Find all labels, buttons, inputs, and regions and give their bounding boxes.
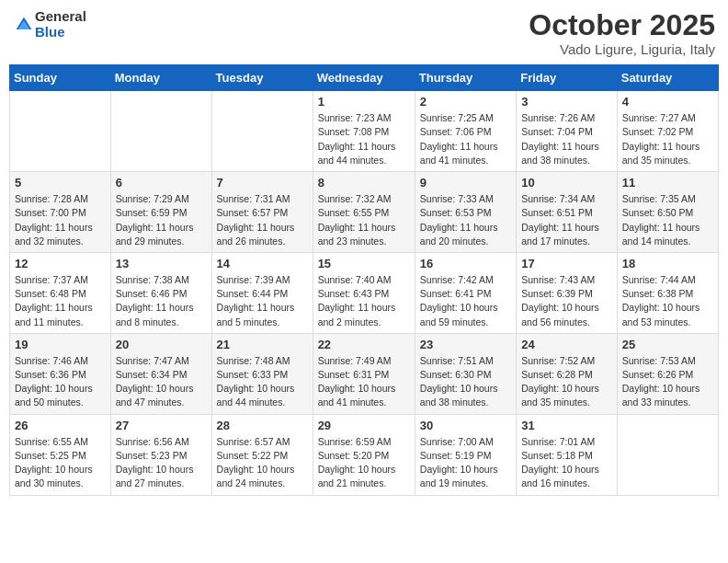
sunrise-text: Sunrise: 6:56 AM: [116, 436, 189, 447]
calendar-day-cell: 10Sunrise: 7:34 AMSunset: 6:51 PMDayligh…: [517, 172, 618, 253]
logo-text: General Blue: [35, 9, 86, 40]
weekday-header: Thursday: [415, 65, 516, 91]
calendar-week-row: 5Sunrise: 7:28 AMSunset: 7:00 PMDaylight…: [10, 172, 719, 253]
day-number: 3: [521, 95, 612, 109]
day-info: Sunrise: 7:39 AMSunset: 6:44 PMDaylight:…: [217, 273, 308, 329]
calendar-week-row: 19Sunrise: 7:46 AMSunset: 6:36 PMDayligh…: [10, 333, 719, 414]
day-info: Sunrise: 7:42 AMSunset: 6:41 PMDaylight:…: [420, 273, 511, 329]
daylight-text: Daylight: 11 hours and 44 minutes.: [318, 141, 396, 166]
day-number: 4: [622, 95, 713, 109]
sunset-text: Sunset: 6:55 PM: [318, 207, 390, 218]
sunset-text: Sunset: 6:51 PM: [521, 207, 593, 218]
daylight-text: Daylight: 10 hours and 50 minutes.: [15, 383, 93, 408]
day-info: Sunrise: 7:52 AMSunset: 6:28 PMDaylight:…: [521, 354, 612, 410]
day-info: Sunrise: 7:37 AMSunset: 6:48 PMDaylight:…: [15, 273, 106, 329]
sunrise-text: Sunrise: 7:44 AM: [622, 274, 696, 285]
day-number: 7: [217, 176, 308, 190]
day-number: 5: [15, 176, 106, 190]
calendar-day-cell: 14Sunrise: 7:39 AMSunset: 6:44 PMDayligh…: [211, 252, 313, 333]
sunset-text: Sunset: 7:08 PM: [318, 126, 390, 137]
day-number: 29: [318, 419, 410, 432]
sunset-text: Sunset: 6:57 PM: [217, 207, 289, 218]
calendar-day-cell: 24Sunrise: 7:52 AMSunset: 6:28 PMDayligh…: [517, 333, 618, 414]
calendar-day-cell: 7Sunrise: 7:31 AMSunset: 6:57 PMDaylight…: [211, 172, 313, 253]
calendar-day-cell: [10, 91, 111, 172]
day-number: 16: [420, 257, 511, 270]
daylight-text: Daylight: 11 hours and 5 minutes.: [217, 302, 295, 327]
sunset-text: Sunset: 5:20 PM: [318, 450, 390, 461]
day-info: Sunrise: 7:27 AMSunset: 7:02 PMDaylight:…: [622, 111, 713, 167]
day-info: Sunrise: 7:26 AMSunset: 7:04 PMDaylight:…: [521, 111, 612, 167]
sunset-text: Sunset: 6:30 PM: [420, 369, 492, 380]
sunset-text: Sunset: 5:18 PM: [521, 450, 593, 461]
calendar-day-cell: 8Sunrise: 7:32 AMSunset: 6:55 PMDaylight…: [313, 172, 415, 253]
daylight-text: Daylight: 11 hours and 32 minutes.: [15, 222, 93, 247]
calendar-day-cell: 6Sunrise: 7:29 AMSunset: 6:59 PMDaylight…: [110, 172, 211, 253]
weekday-header: Sunday: [10, 65, 111, 91]
day-info: Sunrise: 7:00 AMSunset: 5:19 PMDaylight:…: [420, 435, 511, 491]
day-info: Sunrise: 7:48 AMSunset: 6:33 PMDaylight:…: [217, 354, 308, 410]
sunrise-text: Sunrise: 7:23 AM: [318, 112, 392, 123]
calendar-week-row: 1Sunrise: 7:23 AMSunset: 7:08 PMDaylight…: [10, 91, 719, 172]
logo: General Blue: [13, 9, 86, 40]
calendar-day-cell: 31Sunrise: 7:01 AMSunset: 5:18 PMDayligh…: [517, 414, 618, 495]
daylight-text: Daylight: 10 hours and 30 minutes.: [15, 464, 93, 488]
sunset-text: Sunset: 6:26 PM: [622, 369, 694, 380]
day-info: Sunrise: 7:40 AMSunset: 6:43 PMDaylight:…: [318, 273, 410, 329]
day-number: 2: [420, 95, 511, 109]
day-number: 30: [420, 419, 511, 432]
sunset-text: Sunset: 6:34 PM: [116, 369, 188, 380]
sunset-text: Sunset: 6:53 PM: [420, 207, 492, 218]
day-number: 23: [420, 338, 511, 351]
sunrise-text: Sunrise: 7:40 AM: [318, 274, 392, 285]
day-info: Sunrise: 7:38 AMSunset: 6:46 PMDaylight:…: [116, 273, 207, 329]
sunrise-text: Sunrise: 6:59 AM: [318, 436, 392, 447]
sunrise-text: Sunrise: 6:55 AM: [15, 436, 88, 447]
sunset-text: Sunset: 7:04 PM: [521, 126, 593, 137]
daylight-text: Daylight: 10 hours and 53 minutes.: [622, 302, 700, 327]
calendar-day-cell: [110, 91, 211, 172]
day-info: Sunrise: 6:56 AMSunset: 5:23 PMDaylight:…: [116, 435, 207, 491]
sunset-text: Sunset: 6:39 PM: [521, 288, 593, 299]
day-number: 1: [318, 95, 410, 109]
logo-general: General: [35, 9, 86, 25]
calendar-day-cell: 18Sunrise: 7:44 AMSunset: 6:38 PMDayligh…: [617, 252, 718, 333]
day-number: 20: [116, 338, 207, 351]
day-number: 11: [622, 176, 713, 190]
day-number: 25: [622, 338, 713, 351]
calendar-day-cell: 25Sunrise: 7:53 AMSunset: 6:26 PMDayligh…: [617, 333, 718, 414]
daylight-text: Daylight: 10 hours and 24 minutes.: [217, 464, 295, 488]
calendar-day-cell: 20Sunrise: 7:47 AMSunset: 6:34 PMDayligh…: [110, 333, 211, 414]
calendar-day-cell: 28Sunrise: 6:57 AMSunset: 5:22 PMDayligh…: [211, 414, 313, 495]
sunset-text: Sunset: 7:06 PM: [420, 126, 492, 137]
sunrise-text: Sunrise: 7:42 AM: [420, 274, 494, 285]
day-info: Sunrise: 7:01 AMSunset: 5:18 PMDaylight:…: [521, 435, 612, 491]
logo-blue: Blue: [35, 25, 86, 40]
sunset-text: Sunset: 7:02 PM: [622, 126, 694, 137]
location-subtitle: Vado Ligure, Liguria, Italy: [529, 41, 715, 57]
sunset-text: Sunset: 5:22 PM: [217, 450, 289, 461]
calendar-day-cell: 1Sunrise: 7:23 AMSunset: 7:08 PMDaylight…: [313, 91, 415, 172]
calendar-day-cell: 29Sunrise: 6:59 AMSunset: 5:20 PMDayligh…: [313, 414, 415, 495]
daylight-text: Daylight: 11 hours and 20 minutes.: [420, 222, 498, 247]
title-block: October 2025 Vado Ligure, Liguria, Italy: [529, 9, 715, 57]
day-info: Sunrise: 7:43 AMSunset: 6:39 PMDaylight:…: [521, 273, 612, 329]
sunrise-text: Sunrise: 7:32 AM: [318, 193, 392, 204]
sunrise-text: Sunrise: 7:00 AM: [420, 436, 494, 447]
calendar-table: SundayMondayTuesdayWednesdayThursdayFrid…: [9, 64, 719, 495]
calendar-day-cell: 4Sunrise: 7:27 AMSunset: 7:02 PMDaylight…: [617, 91, 718, 172]
daylight-text: Daylight: 11 hours and 29 minutes.: [116, 222, 194, 247]
day-info: Sunrise: 7:29 AMSunset: 6:59 PMDaylight:…: [116, 192, 207, 248]
calendar-day-cell: [617, 414, 718, 495]
daylight-text: Daylight: 10 hours and 41 minutes.: [318, 383, 396, 408]
sunset-text: Sunset: 5:25 PM: [15, 450, 86, 461]
day-number: 27: [116, 419, 207, 432]
daylight-text: Daylight: 11 hours and 8 minutes.: [116, 302, 194, 327]
day-info: Sunrise: 7:31 AMSunset: 6:57 PMDaylight:…: [217, 192, 308, 248]
sunrise-text: Sunrise: 7:51 AM: [420, 355, 494, 366]
day-number: 8: [318, 176, 410, 190]
day-number: 12: [15, 257, 106, 270]
daylight-text: Daylight: 11 hours and 17 minutes.: [521, 222, 599, 247]
day-info: Sunrise: 7:53 AMSunset: 6:26 PMDaylight:…: [622, 354, 713, 410]
sunrise-text: Sunrise: 7:48 AM: [217, 355, 290, 366]
